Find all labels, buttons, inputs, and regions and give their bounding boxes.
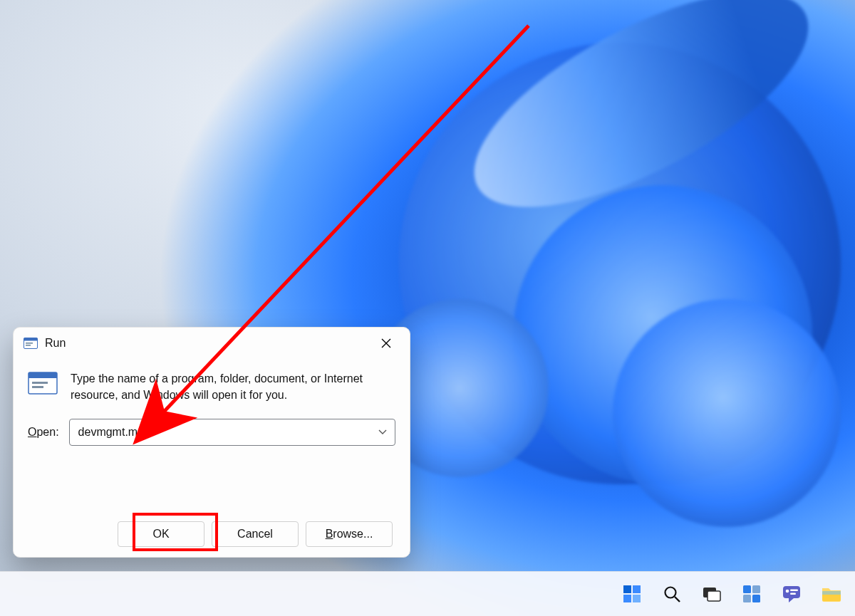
svg-rect-20 [752, 595, 760, 602]
cancel-button[interactable]: Cancel [212, 521, 299, 547]
button-row: OK Cancel Browse... [28, 521, 395, 547]
close-button[interactable] [370, 332, 403, 355]
open-input[interactable] [77, 425, 375, 439]
svg-point-13 [665, 588, 676, 598]
dialog-description: Type the name of a program, folder, docu… [71, 370, 395, 403]
svg-rect-26 [822, 591, 841, 595]
svg-rect-6 [32, 382, 48, 384]
run-icon [24, 338, 38, 349]
widgets-button[interactable] [741, 583, 762, 605]
ok-button[interactable]: OK [118, 521, 204, 547]
chevron-down-icon [378, 429, 387, 435]
taskbar [0, 571, 855, 616]
start-button[interactable] [621, 583, 643, 605]
search-icon [663, 585, 681, 603]
chat-icon [782, 585, 802, 603]
file-explorer-icon [821, 585, 842, 603]
svg-rect-17 [743, 585, 751, 593]
chat-button[interactable] [781, 583, 802, 605]
start-icon [623, 585, 641, 603]
titlebar[interactable]: Run [14, 328, 410, 359]
svg-rect-9 [623, 585, 631, 593]
run-body-icon [28, 372, 58, 396]
svg-rect-21 [783, 586, 800, 598]
close-icon [381, 338, 391, 348]
widgets-icon [742, 585, 761, 603]
run-dialog: Run Type the name of a program, folder, … [13, 327, 410, 558]
svg-rect-7 [32, 386, 43, 388]
svg-rect-2 [26, 343, 33, 344]
search-button[interactable] [661, 583, 683, 605]
file-explorer-button[interactable] [821, 583, 842, 605]
svg-rect-11 [623, 595, 631, 602]
svg-rect-3 [26, 345, 31, 346]
svg-rect-24 [790, 593, 796, 595]
open-label: Open: [28, 426, 59, 439]
svg-rect-10 [633, 585, 641, 593]
dialog-title: Run [45, 337, 370, 350]
svg-rect-23 [790, 590, 798, 592]
svg-rect-16 [708, 591, 720, 601]
dialog-body: Type the name of a program, folder, docu… [14, 359, 410, 557]
browse-button[interactable]: Browse... [306, 521, 393, 547]
svg-line-14 [675, 597, 680, 602]
svg-point-22 [786, 590, 789, 593]
svg-rect-19 [743, 595, 751, 602]
dropdown-toggle[interactable] [375, 424, 390, 440]
task-view-button[interactable] [701, 583, 722, 605]
svg-rect-1 [24, 338, 38, 341]
svg-rect-5 [28, 372, 57, 378]
task-view-icon [702, 585, 722, 602]
svg-rect-12 [633, 595, 641, 602]
open-combobox[interactable] [69, 419, 395, 446]
svg-rect-18 [752, 585, 760, 593]
